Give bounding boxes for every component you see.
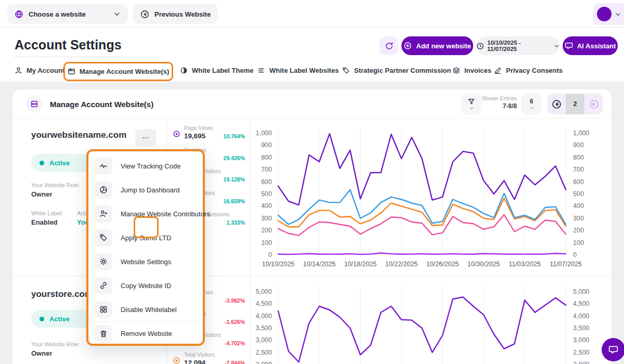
menu-item-copy-website-id[interactable]: Copy Website ID	[88, 274, 203, 297]
database-icon	[26, 96, 43, 112]
svg-text:4,000: 4,000	[256, 313, 272, 320]
svg-text:100: 100	[261, 239, 272, 246]
role-value: Owner	[31, 349, 52, 357]
stat-label: Total Visitors	[184, 352, 215, 358]
svg-text:4,000: 4,000	[573, 313, 589, 320]
svg-text:400: 400	[573, 202, 584, 210]
globe-icon	[15, 10, 23, 19]
stat-page-views: Page Views 19,695 10.764%	[166, 122, 250, 142]
avatar	[597, 7, 612, 21]
traffic-chart-yourstore: 5,0005,0004,5004,5004,0004,0003,5003,500…	[250, 277, 612, 364]
arrow-left-circle-icon	[552, 99, 562, 109]
chevron-down-icon	[554, 43, 560, 49]
previous-website-label: Previous Website	[154, 10, 211, 18]
chat-icon	[565, 42, 573, 50]
svg-text:4,500: 4,500	[573, 300, 589, 307]
gear-icon	[95, 253, 112, 270]
svg-text:5,000: 5,000	[256, 288, 272, 295]
user-menu[interactable]	[593, 3, 624, 25]
menu-item-website-settings[interactable]: Website Settings	[88, 250, 203, 274]
menu-item-label: Apply Sumo LTD	[121, 234, 171, 242]
role-label: Your Website Role:	[31, 182, 80, 188]
svg-text:0: 0	[573, 251, 577, 258]
prev-page-button[interactable]	[547, 94, 566, 114]
tab-white-label-websites[interactable]: White Label Websites	[257, 67, 339, 74]
svg-text:2,500: 2,500	[256, 349, 272, 356]
tag-icon	[95, 229, 112, 246]
svg-text:10/26/2025: 10/26/2025	[426, 261, 459, 268]
choose-website-dropdown[interactable]: Choose a website	[7, 4, 128, 24]
menu-item-view-tracking-code[interactable]: View Tracking Code	[88, 154, 203, 178]
status-label: Active	[49, 315, 70, 323]
date-range-picker[interactable]: 10/10/2025 - 11/07/2025	[476, 36, 560, 55]
pen-icon	[494, 67, 502, 74]
tab-label: White Label Theme	[192, 67, 253, 74]
tab-label: White Label Websites	[269, 67, 339, 74]
svg-text:0: 0	[268, 251, 272, 258]
previous-website-button[interactable]: Previous Website	[133, 4, 218, 24]
layers-icon	[452, 67, 460, 74]
lines-icon	[257, 67, 265, 74]
stat-percent: -3.982%	[225, 297, 245, 304]
svg-text:10/10/2025: 10/10/2025	[262, 261, 295, 268]
stat-percent: -1.626%	[225, 319, 245, 325]
traffic-chart-yourwebsitename: 1,0001,000900900800800700700600600500500…	[250, 121, 612, 276]
app-screen: Choose a website Previous Website Accoun…	[0, 0, 624, 364]
svg-text:800: 800	[573, 154, 584, 161]
refresh-icon	[385, 42, 394, 50]
stat-percent: 19.128%	[224, 176, 245, 183]
svg-text:3,000: 3,000	[256, 336, 272, 344]
svg-text:400: 400	[261, 202, 272, 210]
add-new-website-label: Add new website	[416, 42, 471, 50]
chat-fab-button[interactable]	[602, 338, 624, 361]
svg-text:200: 200	[573, 227, 584, 234]
svg-text:700: 700	[261, 166, 272, 173]
menu-item-label: Disable Whitelabel	[121, 306, 177, 314]
menu-item-jump-to-dashboard[interactable]: Jump to Dashboard	[88, 178, 203, 202]
refresh-button[interactable]	[380, 36, 398, 55]
panel-title: Manage Account Website(s)	[50, 100, 153, 109]
svg-text:3,500: 3,500	[573, 324, 589, 332]
svg-text:200: 200	[261, 227, 272, 234]
tab-my-account[interactable]: My Account	[15, 67, 64, 74]
svg-text:2,500: 2,500	[573, 349, 589, 356]
menu-item-label: Website Settings	[121, 258, 171, 266]
tag-icon	[342, 67, 350, 74]
menu-item-manage-website-contributors[interactable]: Manage Website Contributors	[88, 202, 203, 226]
grid-icon	[95, 301, 112, 318]
stat-label: Page Views	[184, 125, 213, 131]
tab-privacy-consents[interactable]: Privacy Consents	[494, 67, 563, 74]
svg-text:700: 700	[573, 166, 584, 173]
svg-text:1,000: 1,000	[573, 129, 589, 137]
ai-assistant-button[interactable]: AI Assistant	[563, 36, 618, 55]
tab-strategic-partner-commission[interactable]: Strategic Partner Commission	[342, 67, 451, 74]
svg-text:300: 300	[573, 215, 584, 222]
add-new-website-button[interactable]: Add new website	[401, 36, 473, 55]
status-dot	[40, 317, 44, 321]
menu-item-disable-whitelabel[interactable]: Disable Whitelabel	[88, 297, 203, 321]
svg-text:800: 800	[261, 154, 272, 161]
shown-entries-value: 7-8/8	[470, 102, 517, 110]
menu-item-apply-sumo-ltd[interactable]: Apply Sumo LTD	[88, 226, 203, 250]
tab-manage-account-websites[interactable]: Manage Account Website(s)	[63, 62, 173, 81]
white-label-value: Enabled	[31, 218, 58, 226]
dots-icon	[141, 134, 150, 142]
svg-text:300: 300	[261, 215, 272, 222]
svg-text:3,500: 3,500	[256, 324, 272, 332]
svg-text:1,000: 1,000	[256, 129, 272, 137]
menu-item-remove-website[interactable]: Remove Website	[88, 321, 203, 345]
chevron-down-icon	[615, 11, 621, 18]
menu-item-label: Manage Website Contributors	[121, 210, 210, 218]
page-size-select[interactable]: 6	[521, 94, 542, 114]
website-actions-button[interactable]	[135, 129, 156, 147]
person-icon	[15, 67, 22, 74]
svg-text:10/18/2025: 10/18/2025	[344, 261, 377, 268]
tab-label: Manage Account Website(s)	[80, 68, 170, 75]
chevron-down-icon	[113, 10, 121, 18]
website-name: yourstore.com	[31, 289, 93, 300]
tab-invoices[interactable]: Invoices	[452, 67, 491, 74]
svg-text:11/03/2025: 11/03/2025	[509, 261, 541, 268]
next-page-button[interactable]	[584, 94, 603, 114]
svg-text:100: 100	[573, 239, 584, 246]
tab-white-label-theme[interactable]: White Label Theme	[180, 67, 253, 74]
